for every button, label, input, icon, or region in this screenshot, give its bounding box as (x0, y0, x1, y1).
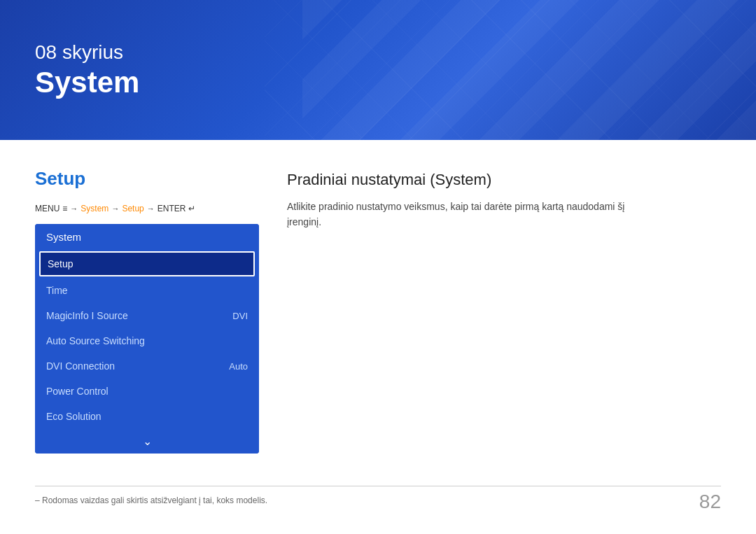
menu-item-eco-solution[interactable]: Eco Solution (35, 404, 259, 429)
menu-item-time[interactable]: Time (35, 278, 259, 303)
menu-item-power-control[interactable]: Power Control (35, 379, 259, 404)
header-text: 08 skyrius System (35, 40, 139, 101)
header-title: System (35, 65, 139, 100)
breadcrumb-arrow-3: → (147, 204, 155, 213)
footer: – Rodomas vaizdas gali skirtis atsižvelg… (35, 486, 721, 506)
breadcrumb-setup: Setup (122, 204, 144, 213)
menu-header: System (35, 224, 259, 250)
menu-header-label: System (46, 231, 81, 243)
menu-item-power-label: Power Control (46, 386, 108, 397)
chevron-down-icon: ⌄ (143, 435, 152, 448)
content-description: Atlikite pradinio nustatymo veiksmus, ka… (287, 199, 637, 230)
breadcrumb-enter: ENTER ↵ (158, 204, 195, 213)
menu-scroll-down[interactable]: ⌄ (35, 429, 259, 454)
menu-item-eco-label: Eco Solution (46, 411, 102, 422)
breadcrumb: MENU ≡ → System → Setup → ENTER ↵ (35, 204, 259, 213)
footer-note: – Rodomas vaizdas gali skirtis atsižvelg… (35, 496, 267, 505)
menu-item-magicinfo-label: MagicInfo I Source (46, 310, 128, 321)
breadcrumb-arrow-1: → (70, 204, 78, 213)
breadcrumb-arrow-2: → (111, 204, 119, 213)
breadcrumb-menu-icon: ≡ (62, 204, 67, 213)
menu-item-dvi-connection[interactable]: DVI Connection Auto (35, 353, 259, 379)
breadcrumb-system: System (80, 204, 108, 213)
header-banner: 08 skyrius System (0, 0, 756, 140)
main-content: Setup MENU ≡ → System → Setup → ENTER ↵ … (0, 140, 756, 475)
menu-item-time-label: Time (46, 285, 68, 296)
menu-item-dvi-value: Auto (229, 361, 248, 372)
page-number: 82 (699, 491, 721, 513)
content-title: Pradiniai nustatymai (System) (287, 171, 721, 189)
system-menu: System Setup Time MagicInfo I Source DVI… (35, 224, 259, 454)
left-column: Setup MENU ≡ → System → Setup → ENTER ↵ … (35, 168, 259, 454)
section-title: Setup (35, 168, 259, 190)
menu-item-setup[interactable]: Setup (39, 251, 255, 276)
breadcrumb-menu: MENU (35, 204, 59, 213)
menu-item-magicinfo[interactable]: MagicInfo I Source DVI (35, 303, 259, 328)
menu-item-setup-label: Setup (48, 258, 74, 269)
menu-item-auto-source-label: Auto Source Switching (46, 335, 145, 346)
right-column: Pradiniai nustatymai (System) Atlikite p… (287, 168, 721, 454)
menu-item-auto-source[interactable]: Auto Source Switching (35, 328, 259, 353)
menu-item-dvi-label: DVI Connection (46, 360, 115, 372)
diamond-pattern-decoration (265, 0, 756, 140)
header-chapter: 08 skyrius (35, 40, 139, 65)
menu-item-magicinfo-value: DVI (232, 311, 248, 321)
